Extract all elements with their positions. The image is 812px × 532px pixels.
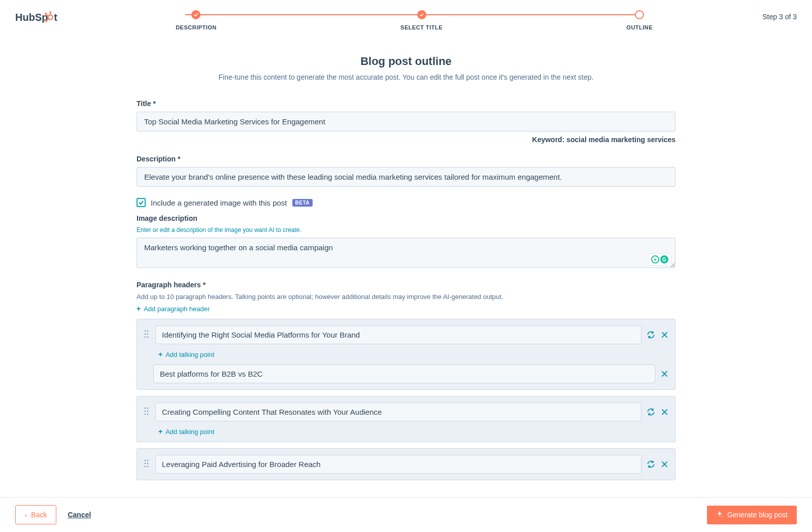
footer: ‹ Back Cancel Generate blog post (0, 497, 812, 532)
title-label: Title * (137, 99, 675, 108)
svg-text:t: t (54, 12, 57, 23)
talking-point-input[interactable] (153, 364, 655, 383)
keyword-line: Keyword: social media marketing services (137, 136, 675, 144)
description-label: Description * (137, 155, 675, 163)
page-title: Blog post outline (137, 55, 675, 68)
drag-handle-icon[interactable] (143, 407, 150, 417)
regenerate-icon[interactable] (647, 408, 655, 416)
back-button[interactable]: ‹ Back (15, 505, 56, 524)
add-paragraph-header-button[interactable]: + Add paragraph header (137, 305, 210, 313)
paragraph-header-input[interactable] (155, 403, 641, 421)
svg-point-13 (145, 337, 146, 338)
plus-icon: + (158, 427, 162, 436)
stepper: DESCRIPTION SELECT TITLE OUTLINE (66, 10, 762, 30)
check-icon (191, 10, 200, 19)
drag-handle-icon[interactable] (143, 329, 150, 340)
drag-handle-icon[interactable] (143, 459, 150, 470)
svg-point-6 (45, 13, 47, 15)
regenerate-icon[interactable] (647, 330, 655, 339)
svg-point-12 (147, 334, 149, 335)
image-description-input[interactable] (137, 238, 675, 268)
svg-point-17 (145, 411, 146, 412)
plus-icon: + (158, 350, 162, 358)
add-talking-point-button[interactable]: + Add talking point (158, 427, 214, 436)
paragraph-header-card: + Add talking point (137, 319, 675, 390)
svg-point-14 (147, 337, 149, 338)
add-talking-point-button[interactable]: + Add talking point (158, 350, 214, 358)
close-icon[interactable] (660, 408, 669, 416)
svg-point-19 (145, 414, 146, 415)
svg-point-24 (147, 463, 149, 464)
paragraph-header-input[interactable] (155, 325, 641, 344)
svg-point-21 (145, 460, 146, 461)
cancel-button[interactable]: Cancel (67, 511, 91, 519)
generate-blog-post-button[interactable]: Generate blog post (707, 506, 797, 524)
paragraph-header-card: + Add talking point (137, 396, 675, 442)
step-description[interactable]: DESCRIPTION (176, 10, 217, 30)
svg-point-16 (147, 408, 149, 409)
paragraph-headers-label: Paragraph headers * (137, 281, 675, 289)
beta-badge: BETA (292, 199, 313, 207)
sparkle-icon (716, 511, 723, 519)
step-select-title[interactable]: SELECT TITLE (400, 10, 443, 30)
check-icon (417, 10, 426, 19)
current-step-icon (635, 10, 644, 19)
svg-point-22 (147, 460, 149, 461)
close-icon[interactable] (660, 370, 669, 378)
svg-point-5 (49, 11, 51, 13)
description-input[interactable] (137, 167, 675, 187)
include-image-label: Include a generated image with this post (151, 198, 287, 207)
svg-point-26 (147, 466, 149, 468)
svg-point-23 (145, 463, 146, 464)
svg-point-25 (145, 466, 146, 468)
paragraph-header-input[interactable] (155, 455, 641, 474)
svg-text:HubSp: HubSp (15, 12, 48, 23)
page-subtitle: Fine-tune this content to generate the m… (137, 73, 675, 81)
title-input[interactable] (137, 112, 675, 131)
svg-point-18 (147, 411, 149, 412)
svg-point-11 (145, 334, 146, 335)
include-image-checkbox[interactable] (137, 198, 146, 207)
image-description-label: Image description (137, 214, 675, 222)
regenerate-icon[interactable] (647, 460, 655, 469)
step-outline[interactable]: OUTLINE (626, 10, 653, 30)
plus-icon: + (137, 305, 141, 313)
hubspot-logo: HubSp t (15, 10, 66, 27)
grammarly-add-icon: + (651, 255, 659, 263)
chevron-left-icon: ‹ (25, 511, 27, 519)
image-description-hint: Enter or edit a description of the image… (137, 226, 675, 234)
step-counter: Step 3 of 3 (762, 10, 797, 21)
grammarly-widget[interactable]: + G (648, 253, 671, 265)
svg-point-15 (145, 408, 146, 409)
close-icon[interactable] (660, 460, 669, 469)
paragraph-headers-hint: Add up to 10 paragraph headers. Talking … (137, 293, 675, 301)
svg-point-20 (147, 414, 149, 415)
close-icon[interactable] (660, 330, 669, 339)
grammarly-icon: G (660, 255, 668, 263)
paragraph-header-card (137, 448, 675, 480)
svg-point-10 (147, 330, 149, 332)
svg-point-9 (145, 330, 146, 332)
